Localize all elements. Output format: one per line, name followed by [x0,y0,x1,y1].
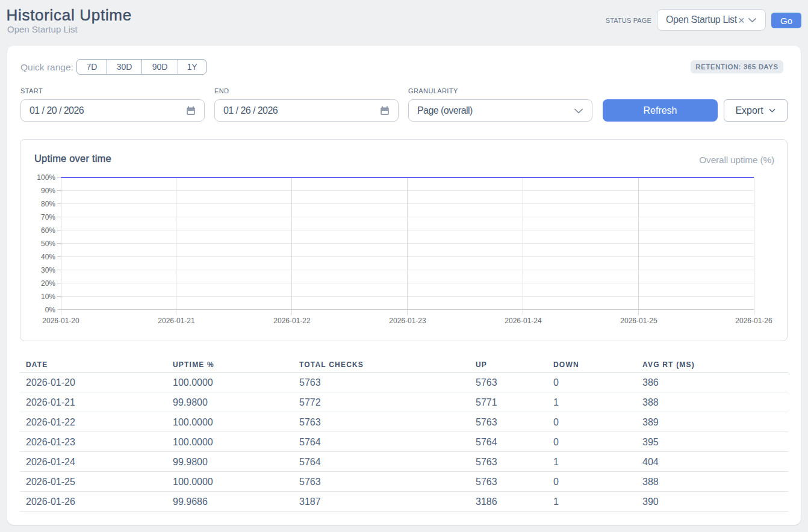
svg-text:80%: 80% [41,200,55,208]
svg-text:2026-01-24: 2026-01-24 [505,317,542,325]
svg-text:50%: 50% [41,240,55,248]
svg-text:0%: 0% [45,306,56,314]
svg-text:2026-01-22: 2026-01-22 [273,317,311,325]
svg-text:30%: 30% [41,266,55,274]
svg-text:2026-01-25: 2026-01-25 [620,317,657,325]
svg-text:2026-01-23: 2026-01-23 [389,317,426,325]
svg-text:90%: 90% [41,187,55,195]
svg-text:70%: 70% [41,213,55,221]
svg-text:2026-01-26: 2026-01-26 [735,317,772,325]
svg-text:2026-01-21: 2026-01-21 [158,317,195,325]
svg-text:100%: 100% [37,173,55,182]
svg-text:40%: 40% [41,253,55,261]
svg-text:20%: 20% [41,279,55,288]
svg-text:10%: 10% [41,292,55,301]
svg-text:2026-01-20: 2026-01-20 [42,317,79,325]
svg-text:60%: 60% [41,226,55,235]
